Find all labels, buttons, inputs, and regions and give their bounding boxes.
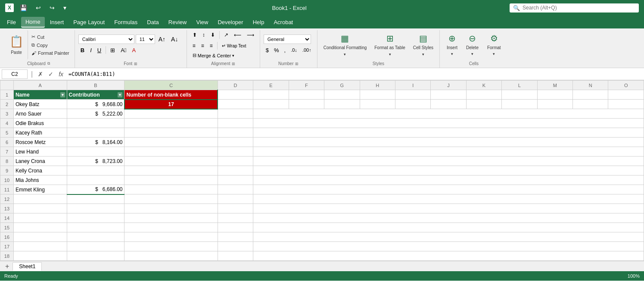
cell-A8[interactable]: Laney Crona [13,157,67,166]
format-as-table-button[interactable]: ⊞ Format as Table ▾ [372,31,408,58]
cell-D2[interactable] [218,100,253,109]
cell-D3[interactable] [218,109,253,119]
cell-A1[interactable]: Name ▾ [13,90,67,100]
cell-A3[interactable]: Arno Sauer [13,109,67,119]
cell-N2[interactable] [573,100,608,109]
cell-O2[interactable] [608,100,644,109]
cell-F2[interactable] [289,100,324,109]
cell-A5[interactable]: Kacey Rath [13,128,67,138]
cell-M1[interactable] [537,90,572,100]
cell-I1[interactable] [395,90,430,100]
cell-A6[interactable]: Roscoe Metz [13,138,67,147]
cell-E1[interactable] [253,90,289,100]
cell-B9[interactable] [67,166,124,175]
search-input[interactable] [523,5,635,11]
merge-center-button[interactable]: ⊟ Merge & Center ▾ [190,52,237,59]
clipboard-launcher-icon[interactable]: ⧉ [47,61,50,66]
cell-D4[interactable] [218,119,253,128]
bold-button[interactable]: B [78,45,87,55]
cell-A12[interactable] [13,194,67,204]
cell-K1[interactable] [466,90,501,100]
text-direction-button[interactable]: ↗ [222,30,230,40]
alignment-launcher-icon[interactable]: ⊞ [232,62,235,66]
col-header-I[interactable]: I [395,81,430,90]
col-header-C[interactable]: C [124,81,218,90]
cf-dropdown-icon[interactable]: ▾ [344,52,346,56]
col-header-D[interactable]: D [218,81,253,90]
col-header-J[interactable]: J [431,81,466,90]
cell-L1[interactable] [502,90,537,100]
increase-decimal-button[interactable]: .00↑ [300,45,314,55]
cell-N1[interactable] [573,90,608,100]
insert-function-button[interactable]: fx [57,70,65,78]
add-sheet-button[interactable]: + [3,263,12,270]
cell-B10[interactable] [67,175,124,185]
indent-decrease-button[interactable]: ⟵ [232,30,243,40]
cell-C4[interactable] [124,119,218,128]
conditional-formatting-button[interactable]: ▦ Conditional Formatting ▾ [321,31,370,58]
cell-A10[interactable]: Mia Johns [13,175,67,185]
col-header-O[interactable]: O [608,81,644,90]
cell-B5[interactable] [67,128,124,138]
increase-font-button[interactable]: A↑ [156,34,168,44]
menu-page-layout[interactable]: Page Layout [69,17,109,27]
cs-dropdown-icon[interactable]: ▾ [422,52,424,56]
delete-dropdown-icon[interactable]: ▾ [471,52,473,56]
cell-C8[interactable] [124,157,218,166]
search-bar[interactable]: 🔍 [510,3,639,13]
cell-B6[interactable]: $ 8,164.00 [67,138,124,147]
menu-review[interactable]: Review [164,17,191,27]
cell-C10[interactable] [124,175,218,185]
number-format-select[interactable]: General [264,34,311,44]
cell-M2[interactable] [537,100,572,109]
cell-C3[interactable] [124,109,218,119]
formula-input[interactable] [67,71,642,78]
cell-A9[interactable]: Kelly Crona [13,166,67,175]
cell-O1[interactable] [608,90,644,100]
cell-B7[interactable] [67,147,124,157]
save-button[interactable]: 💾 [17,3,30,13]
number-launcher-icon[interactable]: ⊞ [295,62,299,66]
align-center-button[interactable]: ≡ [199,41,206,50]
cell-B11[interactable]: $ 6,686.00 [67,185,124,194]
cell-C2[interactable]: 17 [124,100,218,109]
cell-G1[interactable] [324,90,360,100]
cell-D8[interactable] [218,157,253,166]
font-color-button[interactable]: A [130,45,138,55]
cell-B1[interactable]: Contribution ▾ [67,90,124,100]
cell-styles-button[interactable]: ▤ Cell Styles ▾ [411,31,436,58]
filter-arrow-name[interactable]: ▾ [60,92,65,97]
align-middle-button[interactable]: ↕ [200,30,207,40]
cell-B8[interactable]: $ 8,723.00 [67,157,124,166]
indent-increase-button[interactable]: ⟶ [245,30,256,40]
cell-C9[interactable] [124,166,218,175]
col-header-B[interactable]: B [67,81,124,90]
align-left-button[interactable]: ≡ [190,41,198,50]
cell-L2[interactable] [502,100,537,109]
insert-dropdown-icon[interactable]: ▾ [451,52,453,56]
currency-button[interactable]: $ [264,45,271,55]
menu-help[interactable]: Help [249,17,269,27]
col-header-F[interactable]: F [289,81,324,90]
undo-button[interactable]: ↩ [33,3,44,13]
cell-D10[interactable] [218,175,253,185]
cell-B2[interactable]: $ 9,668.00 [67,100,124,109]
cell-H1[interactable] [360,90,395,100]
cell-I2[interactable] [395,100,430,109]
col-header-G[interactable]: G [324,81,360,90]
cell-D6[interactable] [218,138,253,147]
align-right-button[interactable]: ≡ [208,41,215,50]
align-bottom-button[interactable]: ⬇ [208,30,217,40]
cell-G2[interactable] [324,100,360,109]
col-header-M[interactable]: M [537,81,572,90]
cell-A11[interactable]: Emmet Kling [13,185,67,194]
paste-button[interactable]: 📋 Paste [6,30,28,60]
cut-button[interactable]: ✂ Cut [30,34,71,40]
menu-home[interactable]: Home [21,17,45,28]
font-name-select[interactable]: Calibri [78,34,134,44]
fill-color-button[interactable]: A⃝ [118,45,128,55]
customize-qat-button[interactable]: ▾ [61,3,69,13]
cell-D11[interactable] [218,185,253,194]
sheet-tab-sheet1[interactable]: Sheet1 [12,262,42,271]
cell-D1[interactable] [218,90,253,100]
